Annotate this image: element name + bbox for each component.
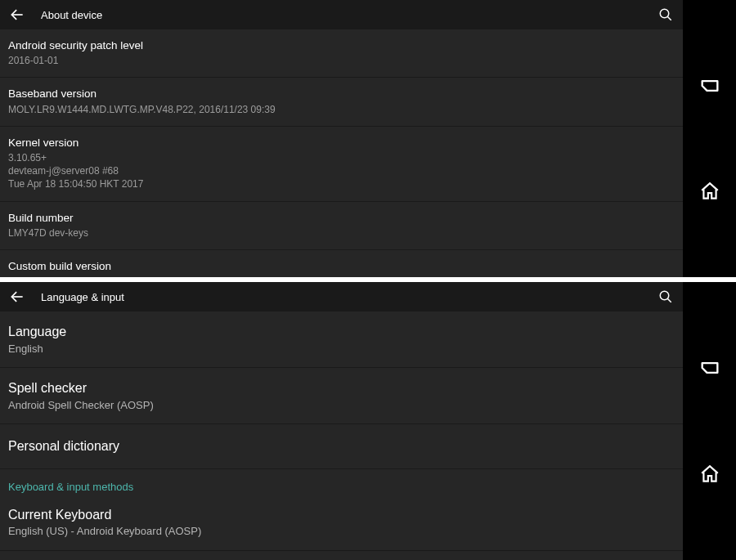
back-icon [698,356,721,379]
item-subtitle: 2016-01-01 [8,54,675,67]
item-title: Baseband version [8,87,675,101]
item-spell-checker[interactable]: Spell checker Android Spell Checker (AOS… [0,368,683,424]
nav-home-button[interactable] [698,462,722,486]
screen-language-input: Language & input Language English Spell … [0,282,736,560]
item-baseband[interactable]: Baseband version MOLY.LR9.W1444.MD.LWTG.… [0,78,683,126]
nav-back-button[interactable] [698,356,722,380]
back-button[interactable] [8,6,26,24]
nav-home-button[interactable] [698,179,722,204]
item-build-number[interactable]: Build number LMY47D dev-keys [0,202,683,250]
svg-point-0 [660,9,669,18]
item-title: Current Keyboard [8,506,675,524]
item-custom-build[interactable]: Custom build version ALPS.L1.MP3.V2.95_T… [0,250,683,277]
system-navbar [683,282,736,560]
item-language[interactable]: Language English [0,311,683,368]
item-title: Build number [8,211,675,226]
main-panel: About device Android security patch leve… [0,0,683,277]
item-title: Android security patch level [8,38,675,53]
search-icon [658,289,673,304]
item-subtitle: ALPS.L1.MP3.V2.95_T98_V1.3.0 [8,275,675,277]
main-panel: Language & input Language English Spell … [0,282,683,560]
arrow-left-icon [9,289,25,305]
item-title: Language [8,323,675,341]
back-icon [698,74,721,97]
home-icon [699,181,720,202]
appbar-title: About device [41,9,657,21]
screen-about-device: About device Android security patch leve… [0,0,736,277]
item-title: Personal dictionary [8,437,675,455]
arrow-left-icon [9,7,25,23]
item-security-patch[interactable]: Android security patch level 2016-01-01 [0,29,683,78]
search-icon [658,7,673,22]
svg-point-1 [660,291,669,300]
item-personal-dictionary[interactable]: Personal dictionary [0,424,683,469]
item-subtitle: Android Spell Checker (AOSP) [8,398,675,413]
item-subtitle: 3.10.65+ devteam-j@server08 #68 Tue Apr … [8,151,675,191]
section-header-keyboard: Keyboard & input methods [0,469,683,501]
item-title: Kernel version [8,136,675,150]
item-title: Spell checker [8,379,675,397]
search-button[interactable] [657,288,675,306]
nav-back-button[interactable] [698,74,722,98]
settings-list: Android security patch level 2016-01-01 … [0,29,683,277]
item-subtitle: MOLY.LR9.W1444.MD.LWTG.MP.V48.P22, 2016/… [8,103,675,116]
item-subtitle: English (US) - Android Keyboard (AOSP) [8,524,675,539]
system-navbar [683,0,736,277]
home-icon [699,464,720,485]
item-kernel[interactable]: Kernel version 3.10.65+ devteam-j@server… [0,127,683,202]
appbar: Language & input [0,282,683,311]
appbar: About device [0,0,683,29]
item-android-keyboard[interactable]: Android Keyboard (AOSP) [0,551,683,560]
item-current-keyboard[interactable]: Current Keyboard English (US) - Android … [0,501,683,551]
item-title: Custom build version [8,259,675,274]
appbar-title: Language & input [41,291,657,303]
search-button[interactable] [657,6,675,24]
item-subtitle: English [8,342,675,356]
back-button[interactable] [8,288,26,306]
settings-list: Language English Spell checker Android S… [0,311,683,560]
item-subtitle: LMY47D dev-keys [8,226,675,240]
